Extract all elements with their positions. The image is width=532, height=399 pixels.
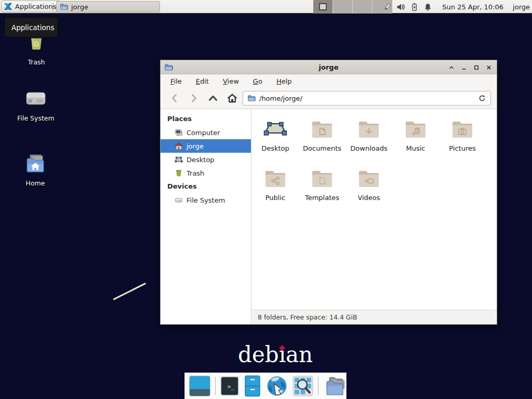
application-finder-icon [292, 376, 313, 396]
sidebar-item-label: Desktop [187, 156, 215, 164]
menubar: File Edit View Go Help [161, 74, 497, 88]
close-button[interactable] [485, 63, 493, 71]
desktop: Applications jorge [0, 0, 532, 399]
debian-logo-text-post: an [286, 343, 313, 367]
path-bar[interactable]: /home/jorge/ [243, 91, 491, 105]
menu-go[interactable]: Go [250, 76, 265, 87]
window-title: jorge [161, 63, 497, 71]
workspace-1[interactable] [313, 0, 333, 14]
computer-icon [175, 128, 183, 137]
web-browser-launcher[interactable] [266, 375, 288, 397]
sidebar-item-label: Computer [187, 129, 220, 137]
workspace-3[interactable] [353, 0, 373, 14]
file-public[interactable]: Public [252, 166, 299, 215]
reload-icon[interactable] [478, 94, 486, 102]
sidebar-item-jorge[interactable]: jorge [161, 139, 251, 153]
distributor-logo-icon [4, 2, 12, 11]
home-icon [175, 142, 183, 150]
file-documents[interactable]: Documents [299, 116, 345, 166]
sidebar-item-trash[interactable]: Trash [161, 166, 251, 180]
notifications-bell-icon[interactable] [423, 3, 432, 11]
sidebar-item-filesystem[interactable]: File System [161, 193, 251, 207]
minimize-button[interactable] [460, 63, 468, 71]
file-desktop[interactable]: Desktop [252, 116, 299, 166]
applications-menu-label: Applications [15, 3, 56, 10]
debian-logo: deb ı an [238, 343, 313, 367]
sidebar-item-label: jorge [187, 142, 204, 150]
menu-help[interactable]: Help [274, 76, 295, 87]
up-button[interactable] [207, 92, 219, 104]
workspace-switcher[interactable] [313, 0, 392, 14]
desktop-icon [175, 155, 183, 164]
templates-folder-icon [310, 166, 335, 191]
path-folder-icon [247, 94, 256, 102]
dock-separator [215, 377, 216, 395]
music-folder-icon [403, 116, 428, 141]
file-label: Pictures [449, 144, 475, 152]
documents-folder-icon [310, 116, 335, 141]
dock-separator [318, 377, 318, 395]
workspace-window-thumb [319, 3, 327, 10]
sidebar-devices-header: Devices [161, 180, 251, 193]
file-label: Videos [357, 194, 380, 202]
sidebar-places-header: Places [161, 112, 251, 126]
shade-button[interactable] [447, 63, 455, 71]
desktop-icon-label: Trash [28, 58, 45, 66]
statusbar: 8 folders, Free space: 14.4 GiB [251, 310, 497, 324]
statusbar-text: 8 folders, Free space: 14.4 GiB [258, 313, 357, 321]
file-label: Templates [305, 194, 339, 202]
workspace-2[interactable] [333, 0, 353, 14]
maximize-button[interactable] [472, 63, 480, 71]
desktop-icon-home[interactable]: Home [9, 151, 61, 187]
public-folder-icon [263, 166, 288, 191]
panel-handle[interactable] [52, 3, 55, 10]
toolbar: /home/jorge/ [161, 88, 497, 109]
file-manager-launcher[interactable] [244, 375, 261, 397]
file-pictures[interactable]: Pictures [439, 116, 486, 166]
menu-view[interactable]: View [220, 76, 242, 87]
panel-username[interactable]: jorge [513, 3, 530, 11]
sidebar-item-label: Trash [187, 169, 204, 177]
show-desktop-button[interactable] [189, 376, 210, 396]
directory-menu-launcher[interactable] [323, 375, 346, 397]
system-tray: Sun 25 Apr, 10:06 jorge [383, 0, 530, 14]
folder-icon [60, 3, 68, 11]
top-panel: Applications jorge [0, 0, 532, 14]
home-button[interactable] [227, 92, 238, 104]
menu-file[interactable]: File [168, 76, 184, 87]
file-music[interactable]: Music [392, 116, 439, 166]
stylus-icon[interactable] [383, 3, 392, 11]
home-folder-icon [22, 151, 48, 176]
battery-icon[interactable] [410, 3, 419, 11]
forward-button[interactable] [188, 92, 200, 104]
menu-edit[interactable]: Edit [193, 76, 211, 87]
volume-icon[interactable] [396, 3, 405, 11]
terminal-launcher[interactable]: >_ [220, 376, 239, 396]
terminal-icon: >_ [228, 383, 234, 390]
downloads-folder-icon [356, 116, 381, 141]
desktop-icon-label: File System [17, 114, 55, 122]
applications-tooltip: Applications [4, 17, 58, 37]
file-templates[interactable]: Templates [299, 166, 345, 215]
web-browser-globe-icon [266, 375, 288, 397]
tooltip-text: Applications [11, 23, 54, 32]
back-button[interactable] [169, 92, 180, 104]
window-titlebar[interactable]: jorge [161, 60, 497, 74]
panel-clock[interactable]: Sun 25 Apr, 10:06 [442, 3, 503, 11]
dock-panel: >_ [184, 373, 347, 399]
svg-text:♻: ♻ [33, 40, 40, 48]
stray-line-artifact [113, 283, 146, 300]
harddrive-icon [175, 196, 183, 204]
file-videos[interactable]: Videos [345, 166, 392, 215]
sidebar-item-computer[interactable]: Computer [161, 126, 251, 139]
taskbar-window-button[interactable]: jorge [56, 1, 160, 12]
harddrive-icon [23, 86, 48, 111]
file-downloads[interactable]: Downloads [345, 116, 392, 166]
application-finder-launcher[interactable] [292, 376, 313, 396]
desktop-icon-filesystem[interactable]: File System [10, 86, 62, 122]
show-desktop-icon-base [190, 389, 210, 396]
path-text[interactable]: /home/jorge/ [259, 95, 474, 102]
sidebar-item-desktop[interactable]: Desktop [161, 153, 251, 166]
file-label: Public [265, 194, 285, 202]
file-grid[interactable]: Desktop Documents [251, 109, 497, 310]
